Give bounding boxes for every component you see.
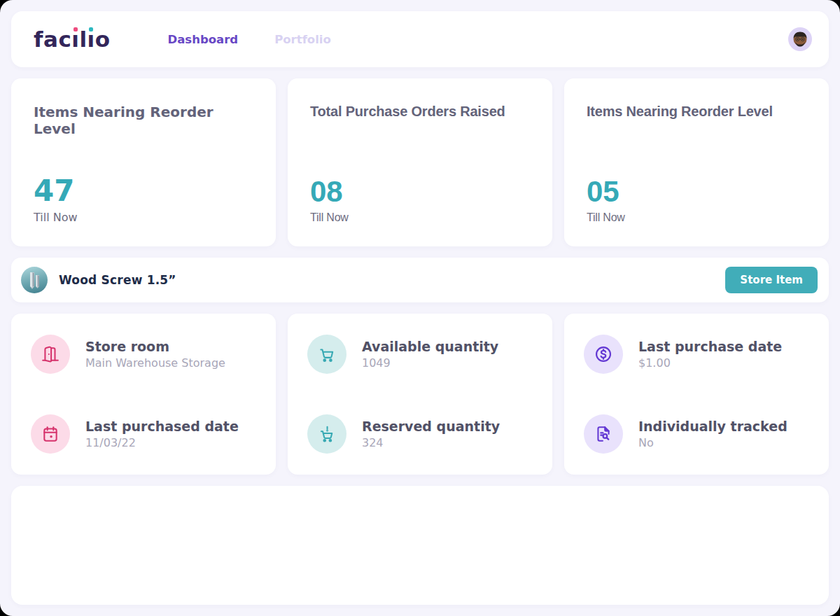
logo-text: fac bbox=[34, 27, 71, 52]
dollar-circle-icon bbox=[584, 335, 623, 374]
stat-card-reorder-2: Items Nearing Reorder Level 05 Till Now bbox=[564, 78, 829, 246]
detail-text: Reserved quantity 324 bbox=[362, 419, 500, 449]
logo-i-teal: ı bbox=[88, 27, 95, 52]
detail-value: 11/03/22 bbox=[85, 436, 239, 449]
nav-tab-portfolio[interactable]: Portfolio bbox=[274, 33, 331, 46]
detail-text: Individually tracked No bbox=[638, 419, 788, 449]
detail-text: Available quantity 1049 bbox=[362, 339, 498, 370]
detail-label: Reserved quantity bbox=[362, 419, 500, 434]
nav-tab-dashboard[interactable]: Dashboard bbox=[168, 33, 239, 46]
detail-text: Last purchased date 11/03/22 bbox=[85, 419, 239, 449]
screw-photo-icon bbox=[21, 267, 48, 293]
item-header-bar: Wood Screw 1.5” Store Item bbox=[11, 258, 829, 302]
stat-caption: Till Now bbox=[310, 211, 530, 224]
stat-value: 47 bbox=[34, 176, 253, 206]
facilio-logo[interactable]: facılıo bbox=[34, 27, 111, 52]
calendar-icon bbox=[31, 414, 70, 454]
detail-card-purchase-info: Last purchase date $1.00 Individually tr… bbox=[564, 314, 829, 475]
detail-value: No bbox=[638, 436, 788, 449]
stat-value: 05 bbox=[587, 176, 806, 207]
stat-caption: Till Now bbox=[34, 211, 253, 224]
detail-card-location: Store room Main Warehouse Storage Last p… bbox=[11, 314, 276, 475]
detail-row-store-room: Store room Main Warehouse Storage bbox=[31, 335, 256, 374]
detail-value: 324 bbox=[362, 436, 500, 449]
item-title: Wood Screw 1.5” bbox=[59, 273, 176, 287]
detail-row-last-purchased-date: Last purchased date 11/03/22 bbox=[31, 414, 256, 454]
stat-title: Total Purchase Orders Raised bbox=[310, 104, 530, 120]
main-nav: Dashboard Portfolio bbox=[168, 33, 331, 46]
detail-row-reserved-quantity: Reserved quantity 324 bbox=[307, 414, 533, 454]
detail-text: Store room Main Warehouse Storage bbox=[85, 339, 225, 370]
logo-dot-pink-icon bbox=[74, 27, 78, 31]
stat-card-reorder-1: Items Nearing Reorder Level 47 Till Now bbox=[11, 78, 276, 246]
document-search-icon bbox=[584, 414, 623, 454]
stat-caption: Till Now bbox=[587, 211, 806, 224]
detail-text: Last purchase date $1.00 bbox=[638, 339, 782, 370]
logo-dot-teal-icon bbox=[89, 27, 93, 31]
cart-icon bbox=[307, 335, 346, 374]
detail-label: Available quantity bbox=[362, 339, 498, 354]
detail-card-quantities: Available quantity 1049 Reserved quantit… bbox=[288, 314, 552, 475]
detail-label: Last purchased date bbox=[85, 419, 239, 434]
cart-alert-icon bbox=[307, 414, 346, 454]
user-avatar[interactable] bbox=[788, 27, 812, 51]
app-page: facılıo Dashboard Portfolio Items Nearin… bbox=[0, 0, 840, 616]
detail-cards-row: Store room Main Warehouse Storage Last p… bbox=[11, 314, 829, 475]
stat-card-purchase-orders: Total Purchase Orders Raised 08 Till Now bbox=[288, 78, 552, 246]
detail-row-individually-tracked: Individually tracked No bbox=[584, 414, 809, 454]
detail-label: Individually tracked bbox=[638, 419, 788, 434]
stat-value: 08 bbox=[310, 176, 530, 207]
detail-row-available-quantity: Available quantity 1049 bbox=[307, 335, 533, 374]
stat-cards-row: Items Nearing Reorder Level 47 Till Now … bbox=[11, 78, 829, 246]
item-thumbnail bbox=[21, 267, 48, 293]
top-navigation-bar: facılıo Dashboard Portfolio bbox=[11, 11, 829, 67]
detail-row-last-purchase-price: Last purchase date $1.00 bbox=[584, 335, 809, 374]
detail-value: $1.00 bbox=[638, 356, 782, 370]
door-icon bbox=[31, 335, 70, 374]
logo-i-pink: ı bbox=[71, 27, 79, 52]
stat-title: Items Nearing Reorder Level bbox=[34, 104, 253, 137]
stat-title: Items Nearing Reorder Level bbox=[587, 104, 806, 120]
detail-value: Main Warehouse Storage bbox=[85, 356, 225, 370]
detail-value: 1049 bbox=[362, 356, 498, 370]
memoji-face-icon bbox=[791, 30, 809, 48]
empty-content-card bbox=[11, 486, 829, 605]
store-item-button[interactable]: Store Item bbox=[725, 267, 818, 293]
detail-label: Last purchase date bbox=[638, 339, 782, 354]
detail-label: Store room bbox=[85, 339, 225, 354]
